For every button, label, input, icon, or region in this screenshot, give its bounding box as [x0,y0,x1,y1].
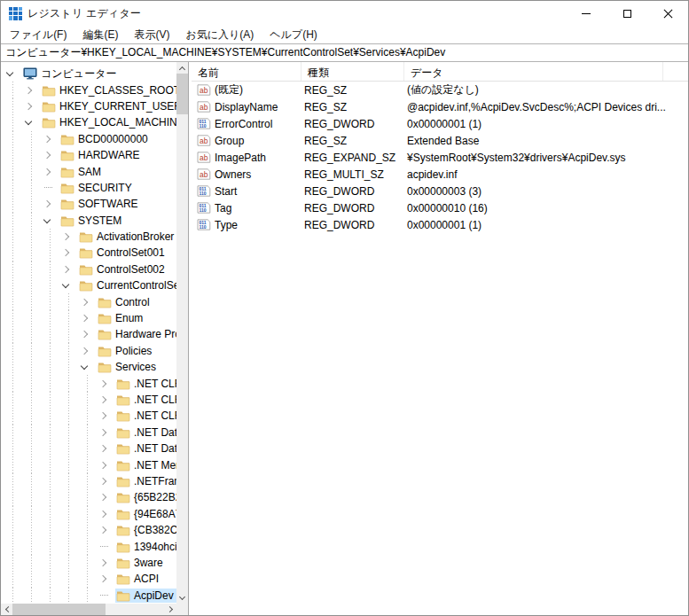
tree-node[interactable]: SYSTEM [59,214,124,228]
tree-item[interactable]: HKEY_CLASSES_ROOT [1,82,176,97]
menu-item[interactable]: お気に入り(A) [177,26,262,44]
tree-node[interactable]: ControlSet001 [78,246,168,260]
expander-icon[interactable] [97,489,115,505]
registry-value-row[interactable]: 011110TypeREG_DWORD0x00000001 (1) [192,216,688,233]
tree-node[interactable]: HARDWARE [59,148,143,162]
menu-item[interactable]: 編集(E) [74,26,126,44]
tree-item[interactable]: Hardware Profiles [1,326,176,342]
address-input[interactable] [1,44,688,61]
scroll-down-button[interactable] [176,592,188,604]
expander-icon[interactable] [41,147,59,163]
tree-node[interactable]: Policies [97,344,154,358]
expander-icon[interactable] [78,310,97,326]
maximize-button[interactable] [607,1,647,26]
expander-icon[interactable] [22,82,41,97]
tree-node[interactable]: Enum [97,311,145,325]
tree-node[interactable]: {CB382CF7-17C [115,523,176,537]
registry-value-row[interactable]: abImagePathREG_EXPAND_SZ¥SystemRoot¥Syst… [192,149,688,166]
menu-item[interactable]: ファイル(F) [2,26,74,44]
registry-value-row[interactable]: abDisplayNameREG_SZ@acpidev.inf,%AcpiDev… [192,98,688,115]
expander-icon[interactable] [97,506,115,522]
expander-icon[interactable] [97,571,115,587]
tree-node[interactable]: .NET Data Prov [115,425,176,440]
expander-icon[interactable] [22,98,41,114]
tree-node[interactable]: ControlSet002 [78,262,168,277]
expander-icon[interactable] [97,473,115,489]
tree-item[interactable]: .NET CLR Data [1,375,176,391]
vertical-scrollbar-thumb[interactable] [176,74,188,114]
horizontal-scrollbar-thumb[interactable] [12,604,106,615]
tree-node[interactable]: SECURITY [59,181,135,195]
tree-item[interactable]: ActivationBroker [1,229,176,245]
tree-item[interactable]: 1394ohci [1,538,176,554]
tree-item[interactable]: Policies [1,343,176,359]
tree-node[interactable]: HKEY_CURRENT_USER [41,99,176,113]
tree-item[interactable]: Enum [1,310,176,326]
tree-node[interactable]: .NET CLR Data [115,377,176,391]
tree-item[interactable]: HKEY_CURRENT_USER [1,98,176,114]
expander-icon[interactable] [78,359,97,375]
expander-icon[interactable] [59,229,78,245]
registry-value-row[interactable]: 011110StartREG_DWORD0x00000003 (3) [192,183,688,199]
tree-item[interactable]: Control [1,293,176,309]
tree-node[interactable]: CurrentControlSet [78,278,176,292]
minimize-button[interactable] [566,1,607,26]
tree-node-selected[interactable]: AcpiDev [115,589,176,603]
expander-icon[interactable] [78,343,97,359]
tree-item[interactable]: Services [1,359,176,375]
tree-node[interactable]: ACPI [115,572,161,586]
tree-node[interactable]: .NET CLR Netw [115,409,176,423]
expander-icon[interactable] [59,277,78,293]
expander-icon[interactable] [97,392,115,408]
tree-item[interactable]: SAM [1,163,176,179]
expander-icon[interactable] [97,456,115,472]
tree-node[interactable]: SAM [59,165,104,179]
tree-item[interactable]: {94E68A71-A1 [1,506,176,522]
registry-value-row[interactable]: 011110ErrorControlREG_DWORD0x00000001 (1… [192,115,688,132]
tree-item[interactable]: {65B22B24-4F2 [1,489,176,505]
close-button[interactable] [647,1,688,26]
expander-icon[interactable] [59,261,78,277]
tree-item[interactable]: SOFTWARE [1,196,176,212]
tree-node[interactable]: Control [97,295,153,309]
tree-item[interactable]: ControlSet002 [1,261,176,277]
column-header-name[interactable]: 名前 [192,62,301,81]
tree-item[interactable]: .NETFramewor [1,473,176,489]
tree-item[interactable]: 3ware [1,555,176,571]
tree-item[interactable]: .NET Data Prov [1,425,176,441]
expander-icon[interactable] [41,163,59,179]
expander-icon[interactable] [78,293,97,309]
expander-icon[interactable] [97,522,115,538]
tree-node[interactable]: コンピューター [22,66,119,82]
expander-icon[interactable] [97,555,115,571]
scroll-up-button[interactable] [176,62,188,74]
tree-item[interactable]: ACPI [1,571,176,587]
tree-node[interactable]: HKEY_LOCAL_MACHINE [41,115,176,129]
tree-item[interactable]: .NET Memory [1,456,176,472]
tree-item[interactable]: .NET CLR Netw [1,392,176,408]
tree-item[interactable]: SECURITY [1,180,176,196]
tree-item[interactable]: コンピューター [1,66,176,82]
expander-icon[interactable] [41,213,59,229]
tree-item[interactable]: CurrentControlSet [1,277,176,293]
registry-value-row[interactable]: abOwnersREG_MULTI_SZacpidev.inf [192,166,688,183]
tree-node[interactable]: {94E68A71-A1 [115,507,176,521]
tree-item[interactable]: AcpiDev [1,588,176,604]
expander-icon[interactable] [97,375,115,391]
horizontal-scrollbar-track[interactable] [106,604,165,615]
tree-item[interactable]: ControlSet001 [1,245,176,261]
tree-item[interactable]: HARDWARE [1,147,176,163]
column-header-type[interactable]: 種類 [301,62,404,81]
menu-item[interactable]: ヘルプ(H) [262,26,325,44]
tree-item[interactable]: HKEY_LOCAL_MACHINE [1,114,176,130]
tree-item[interactable]: .NET CLR Netw [1,408,176,424]
expander-icon[interactable] [4,66,22,82]
tree-node[interactable]: Hardware Profiles [97,327,176,341]
expander-icon[interactable] [97,408,115,424]
tree-item[interactable]: SYSTEM [1,213,176,229]
expander-icon[interactable] [59,245,78,261]
column-header-data[interactable]: データ [404,62,663,81]
scroll-right-button[interactable] [165,604,176,615]
registry-value-row[interactable]: 011110TagREG_DWORD0x00000010 (16) [192,199,688,216]
registry-value-row[interactable]: ab(既定)REG_SZ(値の設定なし) [192,82,688,98]
